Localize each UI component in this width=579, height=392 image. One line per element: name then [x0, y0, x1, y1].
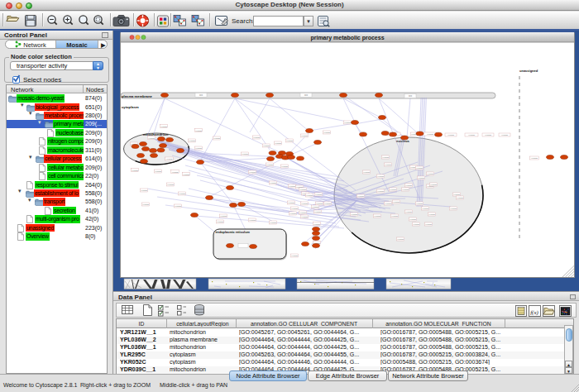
svg-text:Yxx00w: Yxx00w	[301, 203, 308, 204]
svg-text:Yxx00w: Yxx00w	[288, 202, 294, 203]
svg-text:Yxx00w: Yxx00w	[249, 171, 256, 173]
svg-text:unassigned: unassigned	[519, 69, 538, 73]
svg-text:Yxx00w: Yxx00w	[306, 194, 313, 196]
svg-text:Yxx00w: Yxx00w	[299, 189, 306, 190]
svg-text:Yxx00w: Yxx00w	[416, 167, 423, 169]
svg-text:Yxx00w: Yxx00w	[385, 203, 391, 204]
svg-text:Yxx00w: Yxx00w	[167, 184, 174, 185]
svg-text:Yxx00w: Yxx00w	[249, 219, 256, 221]
svg-text:Yxx00w: Yxx00w	[242, 153, 248, 155]
svg-text:Yxx00w: Yxx00w	[453, 194, 460, 195]
svg-text:Yxx00w: Yxx00w	[171, 171, 178, 173]
svg-text:Yxx00w: Yxx00w	[301, 135, 308, 136]
svg-text:Yxx00w: Yxx00w	[281, 165, 288, 167]
svg-text:Yxx00w: Yxx00w	[425, 223, 432, 225]
svg-text:Yxx00w: Yxx00w	[314, 211, 321, 213]
svg-text:Yxx00w: Yxx00w	[141, 189, 147, 191]
svg-text:Yxx00w: Yxx00w	[418, 177, 424, 179]
svg-text:Yxx00w: Yxx00w	[148, 137, 155, 139]
svg-text:plasma membrane: plasma membrane	[122, 94, 152, 98]
svg-text:Yxx00w: Yxx00w	[296, 186, 303, 188]
svg-text:Yxx00w: Yxx00w	[286, 140, 293, 141]
svg-text:Yxx00w: Yxx00w	[289, 185, 295, 187]
svg-text:Yxx00w: Yxx00w	[357, 195, 364, 197]
svg-text:Yxx00w: Yxx00w	[485, 134, 491, 136]
svg-text:Yxx00w: Yxx00w	[270, 222, 276, 223]
svg-text:Yxx00w: Yxx00w	[155, 170, 161, 172]
svg-text:Yxx00w: Yxx00w	[312, 206, 318, 208]
svg-text:Yxx00w: Yxx00w	[351, 213, 357, 215]
svg-text:endoplasmic reticulum: endoplasmic reticulum	[216, 231, 251, 234]
svg-text:Yxx00w: Yxx00w	[324, 203, 331, 204]
svg-text:Yxx00w: Yxx00w	[422, 208, 428, 209]
svg-text:Yxx00w: Yxx00w	[501, 134, 508, 136]
svg-text:Yxx00w: Yxx00w	[344, 122, 351, 123]
svg-text:Yxx00w: Yxx00w	[531, 157, 538, 159]
svg-text:Yxx00w: Yxx00w	[450, 208, 457, 209]
svg-text:Yxx00w: Yxx00w	[405, 184, 412, 186]
svg-text:Yxx00w: Yxx00w	[382, 156, 389, 158]
svg-text:Yxx00w: Yxx00w	[179, 193, 185, 194]
svg-text:Yxx00w: Yxx00w	[195, 147, 202, 149]
svg-text:Yxx00w: Yxx00w	[220, 215, 227, 217]
svg-text:Yxx00w: Yxx00w	[447, 134, 454, 136]
svg-text:Yxx00w: Yxx00w	[183, 174, 189, 175]
svg-text:Yxx00w: Yxx00w	[313, 223, 320, 225]
svg-text:Yxx00w: Yxx00w	[189, 140, 195, 141]
svg-text:Yxx00w: Yxx00w	[316, 203, 323, 204]
svg-text:primary metabolic process: primary metabolic process	[310, 35, 384, 41]
svg-text:mitochondrion: mitochondrion	[143, 132, 169, 136]
svg-text:Yxx00w: Yxx00w	[275, 142, 281, 144]
svg-text:Yxx00w: Yxx00w	[427, 133, 433, 135]
svg-text:Yxx00w: Yxx00w	[391, 215, 398, 217]
svg-text:Yxx00w: Yxx00w	[428, 213, 435, 215]
svg-text:Yxx00w: Yxx00w	[385, 164, 391, 165]
svg-text:Yxx00w: Yxx00w	[377, 175, 384, 177]
svg-text:Yxx00w: Yxx00w	[323, 131, 330, 133]
svg-text:Yxx00w: Yxx00w	[405, 211, 412, 213]
svg-text:Yxx00w: Yxx00w	[374, 215, 380, 217]
svg-text:Yxx00w: Yxx00w	[416, 203, 423, 204]
svg-text:Yxx00w: Yxx00w	[270, 182, 276, 184]
svg-text:Yxx00w: Yxx00w	[363, 171, 370, 173]
svg-text:Yxx00w: Yxx00w	[413, 223, 419, 225]
svg-text:Yxx00w: Yxx00w	[409, 218, 416, 220]
svg-text:Yxx00w: Yxx00w	[299, 212, 306, 213]
svg-text:Yxx00w: Yxx00w	[291, 255, 298, 256]
svg-text:Yxx00w: Yxx00w	[290, 213, 296, 214]
svg-text:Yxx00w: Yxx00w	[132, 170, 138, 171]
svg-text:Yxx00w: Yxx00w	[291, 208, 298, 209]
svg-text:Yxx00w: Yxx00w	[266, 164, 273, 165]
svg-text:Yxx00w: Yxx00w	[457, 197, 463, 198]
svg-text:Yxx00w: Yxx00w	[468, 134, 475, 136]
svg-text:Yxx00w: Yxx00w	[390, 189, 396, 190]
svg-text:Yxx00w: Yxx00w	[427, 173, 433, 174]
svg-text:Yxx00w: Yxx00w	[263, 145, 270, 146]
svg-text:Yxx00w: Yxx00w	[397, 238, 404, 240]
svg-text:Yxx00w: Yxx00w	[301, 216, 308, 218]
svg-text:Yxx00w: Yxx00w	[195, 130, 202, 131]
svg-text:Yxx00w: Yxx00w	[217, 221, 223, 222]
svg-text:Yxx00w: Yxx00w	[393, 201, 400, 203]
svg-text:Yxx00w: Yxx00w	[165, 158, 172, 160]
svg-text:Yxx00w: Yxx00w	[142, 203, 149, 205]
svg-text:Yxx00w: Yxx00w	[315, 194, 322, 195]
svg-text:Yxx00w: Yxx00w	[430, 184, 437, 185]
svg-text:cytoplasm: cytoplasm	[122, 105, 139, 109]
svg-text:Yxx00w: Yxx00w	[402, 189, 409, 190]
svg-text:Yxx00w: Yxx00w	[160, 126, 167, 127]
svg-text:Yxx00w: Yxx00w	[253, 136, 260, 138]
svg-text:Yxx00w: Yxx00w	[213, 137, 220, 139]
svg-text:Yxx00w: Yxx00w	[175, 205, 181, 207]
svg-text:Yxx00w: Yxx00w	[377, 190, 384, 192]
